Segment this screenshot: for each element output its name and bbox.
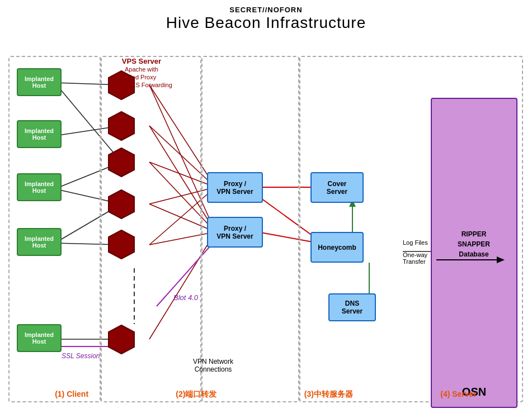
vpn-label: VPN NetworkConnections: [193, 358, 233, 373]
ripper-arrow: [431, 254, 517, 265]
vps-hex-4: [107, 189, 135, 220]
implanted-host-2: ImplantedHost: [17, 120, 62, 148]
implanted-host-4: ImplantedHost: [17, 228, 62, 256]
proxy-vpn-server-2: Proxy /VPN Server: [207, 217, 263, 248]
main-title: Hive Beacon Infrastructure: [0, 14, 532, 32]
svg-marker-40: [109, 230, 134, 259]
bottom-port-forward: (2)端口转发: [176, 390, 216, 400]
svg-marker-37: [109, 112, 134, 140]
vps-hex-6: [107, 324, 135, 355]
svg-marker-41: [109, 325, 134, 354]
svg-marker-36: [109, 71, 134, 99]
implanted-host-3: ImplantedHost: [17, 173, 62, 201]
vps-hex-1: [107, 70, 135, 101]
cover-server: CoverServer: [310, 172, 364, 203]
vps-hex-2: [107, 111, 135, 141]
bottom-client: (1) Client: [55, 390, 88, 400]
honeycomb: Honeycomb: [310, 232, 364, 263]
svg-marker-39: [109, 190, 134, 218]
dns-server: DNSServer: [328, 293, 376, 321]
svg-marker-38: [109, 148, 134, 177]
implanted-host-5: ImplantedHost: [17, 324, 62, 352]
implanted-host-1: ImplantedHost: [17, 68, 62, 96]
vps-hex-5: [107, 229, 135, 260]
bottom-server: (4) Server: [440, 390, 477, 400]
blot-label: Blot 4.0: [173, 293, 198, 302]
ssl-label: SSL Session: [62, 352, 100, 360]
vps-hex-3: [107, 147, 135, 178]
log-files-label: Log Files: [403, 239, 428, 246]
bottom-relay: (3)中转服务器: [304, 390, 353, 400]
one-way-label: One-wayTransfer: [403, 251, 427, 265]
proxy-vpn-server-1: Proxy /VPN Server: [207, 172, 263, 203]
svg-marker-43: [497, 256, 505, 263]
secret-label: SECRET//NOFORN: [0, 6, 532, 14]
